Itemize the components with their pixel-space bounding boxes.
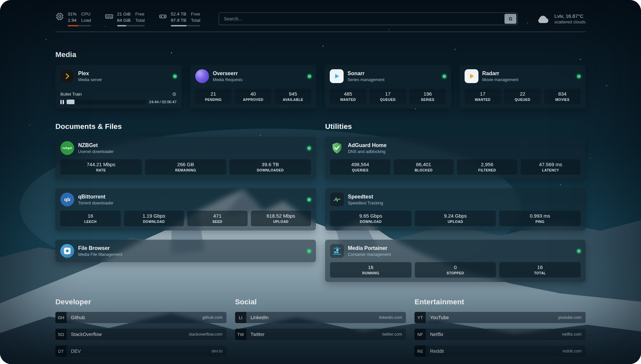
search-bar: G [219, 13, 518, 25]
service-card-radarr[interactable]: Radarr Movie management 17 WANTED 22 QUE… [460, 65, 586, 108]
cpu-label-1: CPU [81, 11, 91, 17]
topbar: 31% CPU 2.94 Load [55, 11, 586, 26]
status-dot [307, 198, 311, 201]
cpu-label-2: Load [81, 17, 91, 23]
disk-label-2: Total [191, 17, 200, 23]
stat-leech: 16 LEECH [60, 211, 121, 226]
qbittorrent-icon: qb [60, 193, 74, 206]
service-subtitle: Container management [348, 252, 391, 257]
cpu-progress-fill [68, 25, 78, 26]
service-card-portainer[interactable]: Media Portainer Container management 16 … [325, 240, 586, 282]
stat-wanted: 485 WANTED [330, 89, 366, 104]
memory-progress-track [117, 25, 145, 26]
memory-label-1: Free [135, 11, 145, 17]
resource-widgets: 31% CPU 2.94 Load [55, 11, 200, 26]
bookmark-netflix[interactable]: NF Netflix netflix.com [414, 329, 586, 340]
disk-progress-track [171, 25, 200, 26]
stat-total: 16 TOTAL [499, 262, 581, 278]
bookmark-stackoverflow[interactable]: SO StackOverflow stackoverflow.com [55, 329, 227, 340]
stat-queued: 17 QUEUED [370, 89, 406, 104]
service-card-plex[interactable]: Plex Media server Bullet Train ⚙ [55, 65, 182, 108]
bookmark-abbr: SO [55, 329, 67, 340]
search-input[interactable] [219, 13, 518, 25]
disk-progress-fill [171, 25, 187, 26]
section-title-documents: Documents & Files [55, 122, 316, 131]
bookmark-name: StackOverflow [71, 332, 102, 337]
service-name: Media Portainer [348, 245, 391, 251]
bookmark-name: LinkedIn [251, 315, 269, 320]
playback-progress-track[interactable] [67, 100, 146, 104]
status-dot [443, 75, 446, 78]
disk-icon [159, 12, 167, 21]
bookmark-abbr: NF [414, 329, 426, 340]
radarr-icon [465, 69, 478, 83]
section-title-social: Social [235, 298, 406, 306]
section-title-utilities: Utilities [325, 122, 586, 131]
service-subtitle: Media server [78, 77, 102, 82]
bookmark-abbr: TW [235, 329, 246, 340]
bookmark-domain: reddit.com [563, 349, 582, 353]
service-card-qbittorrent[interactable]: qb qBittorrent Torrent downloader 16 LEE… [55, 188, 316, 230]
cpu-load-value: 2.94 [68, 17, 76, 23]
pause-button[interactable] [60, 100, 64, 104]
stat-upload: 618.52 Mbps UPLOAD [251, 211, 311, 226]
stat-filtered: 2,956 FILTERED [457, 159, 517, 175]
bookmark-github[interactable]: GH Github github.com [55, 312, 227, 323]
weather-location: Lviv, 16.87°C [554, 13, 586, 19]
status-dot [308, 75, 311, 78]
portainer-icon [330, 244, 344, 258]
service-name: qBittorrent [78, 194, 113, 200]
disk-total-value: 97.9 TB [171, 17, 186, 23]
bookmark-domain: github.com [202, 315, 223, 320]
service-card-overseerr[interactable]: Overseerr Media Requests 21 PENDING 40 A… [190, 65, 317, 108]
memory-progress-fill [117, 25, 126, 26]
disk-widget: 52.4 TB Free 97.9 TB Total [159, 11, 200, 26]
bookmark-name: Netflix [430, 332, 443, 337]
cpu-percent: 31% [68, 11, 76, 17]
service-card-filebrowser[interactable]: File Browser Media File Management [55, 240, 316, 262]
bookmark-abbr: LI [235, 312, 246, 323]
bookmark-domain: twitter.com [382, 332, 402, 337]
bookmark-twitter[interactable]: TW Twitter twitter.com [235, 329, 406, 340]
section-documents: Documents & Files nzbget NZBGet Usenet d… [55, 122, 316, 262]
section-title-developer: Developer [55, 298, 227, 306]
service-subtitle: Speedtest Tracking [348, 201, 383, 205]
service-card-adguard[interactable]: AdGuard Home DNS and adblocking 498,564 … [325, 137, 586, 179]
gear-icon[interactable]: ⚙ [172, 92, 176, 97]
search-provider-button[interactable]: G [504, 14, 516, 24]
service-subtitle: Series management [348, 77, 384, 82]
bookmark-reddit[interactable]: RE Reddit reddit.com [414, 346, 586, 357]
stat-blocked: 86,401 BLOCKED [394, 159, 454, 175]
service-card-speedtest[interactable]: Speedtest Speedtest Tracking 9.65 Gbps D… [325, 188, 586, 230]
memory-total-value: 64 GiB [117, 17, 131, 23]
sonarr-icon [330, 69, 344, 83]
media-cards: Plex Media server Bullet Train ⚙ [55, 65, 586, 108]
service-subtitle: Torrent downloader [78, 201, 113, 205]
memory-widget: 21 GiB Free 64 GiB Total [105, 11, 145, 26]
service-card-sonarr[interactable]: Sonarr Series management 485 WANTED 17 Q… [325, 65, 451, 108]
bookmark-name: Reddit [430, 349, 444, 354]
section-title-entertainment: Entertainment [414, 298, 586, 306]
bookmark-youtube[interactable]: YT YouTube youtube.com [414, 312, 586, 323]
bookmark-domain: netflix.com [562, 332, 582, 337]
service-subtitle: Usenet downloader [78, 149, 114, 154]
service-name: NZBGet [78, 142, 114, 148]
plex-icon [60, 69, 74, 83]
stat-available: 945 AVAILABLE [275, 89, 311, 104]
section-title-media: Media [55, 50, 586, 59]
stat-latency: 47.569 ms LATENCY [521, 159, 581, 175]
stat-queued: 22 QUEUED [504, 89, 541, 104]
stat-approved: 40 APPROVED [235, 89, 271, 104]
stat-download: 1.19 Gbps DOWNLOAD [124, 211, 184, 226]
service-subtitle: DNS and adblocking [348, 149, 386, 154]
service-subtitle: Media Requests [213, 77, 243, 82]
bookmark-group-developer: Developer GH Github github.com SO StackO… [55, 298, 227, 357]
bookmark-dev[interactable]: DT DEV dev.to [55, 346, 227, 357]
stat-wanted: 17 WANTED [465, 89, 501, 104]
bookmark-group-entertainment: Entertainment YT YouTube youtube.com NF … [414, 298, 586, 357]
bookmark-linkedin[interactable]: LI LinkedIn linkedin.com [235, 312, 406, 323]
bookmark-abbr: GH [55, 312, 67, 323]
stat-download: 9.65 Gbps DOWNLOAD [330, 211, 412, 226]
service-card-nzbget[interactable]: nzbget NZBGet Usenet downloader 744.21 M… [55, 137, 316, 179]
speedtest-icon [330, 193, 344, 206]
